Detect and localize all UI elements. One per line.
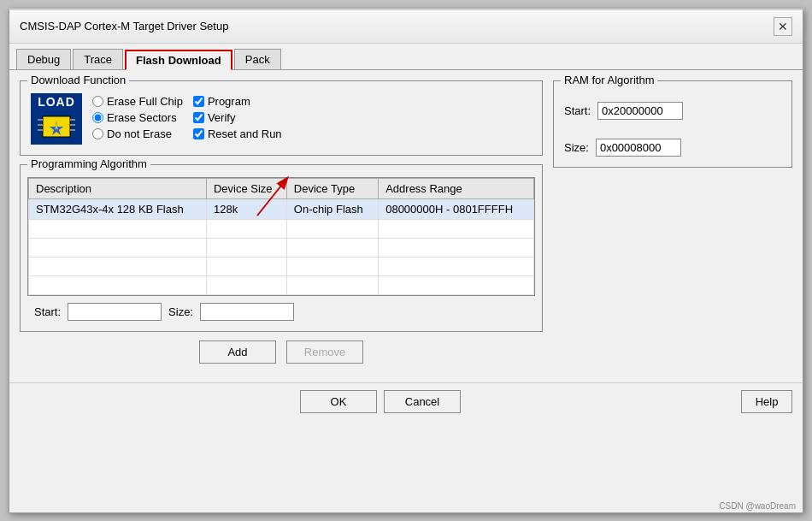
program-label: Program [208,95,250,108]
download-function-label: Download Function [27,74,129,86]
erase-full-chip-label: Erase Full Chip [107,95,183,108]
title-bar: CMSIS-DAP Cortex-M Target Driver Setup ✕ [9,10,803,44]
algo-size-label: Size: [168,305,193,318]
reset-run-checkbox[interactable] [193,128,204,139]
empty-row-4 [29,275,534,294]
tab-flash-download[interactable]: Flash Download [125,50,232,70]
close-button[interactable]: ✕ [774,17,792,36]
watermark: CSDN @waoDream [719,501,796,511]
dialog-window: CMSIS-DAP Cortex-M Target Driver Setup ✕… [9,9,803,513]
ram-size-row: Size: [564,127,781,157]
check-verify: Verify [193,111,282,124]
col-address-range: Address Range [379,178,534,198]
empty-row-2 [29,238,534,257]
program-checkbox[interactable] [193,96,204,107]
tab-pack[interactable]: Pack [234,49,281,70]
reset-run-label: Reset and Run [208,127,282,140]
programming-algorithm-group: Programming Algorithm Description Device… [20,164,543,332]
col-description: Description [29,178,207,198]
do-not-erase-radio[interactable] [92,128,103,139]
algo-size-input[interactable] [200,303,294,321]
left-panel: Download Function LOAD [20,80,543,372]
algo-bottom-row: Start: Size: [27,296,535,324]
load-icon: LOAD [31,93,82,145]
erase-sectors-label: Erase Sectors [107,111,177,124]
footer-bar: OK Cancel Help [9,382,803,420]
do-not-erase-label: Do not Erase [107,127,172,140]
empty-row-1 [29,219,534,238]
erase-full-chip-radio[interactable] [92,96,103,107]
radio-erase-sectors: Erase Sectors [92,111,183,124]
radio-group: Erase Full Chip Erase Sectors Do not Era… [92,95,183,140]
verify-checkbox[interactable] [193,112,204,123]
col-device-type: Device Type [286,178,378,198]
programming-algorithm-label: Programming Algorithm [27,157,150,170]
add-button[interactable]: Add [199,340,276,364]
cell-description: STM32G43x-4x 128 KB Flash [29,198,207,219]
remove-button[interactable]: Remove [286,340,363,364]
algo-start-label: Start: [34,305,61,318]
ram-size-label: Size: [564,141,589,154]
download-func-row: LOAD [31,90,532,145]
help-button[interactable]: Help [741,390,792,413]
tab-trace[interactable]: Trace [73,49,123,70]
cell-address-range: 08000000H - 0801FFFFH [379,198,534,219]
download-function-group: Download Function LOAD [20,80,543,156]
check-group: Program Verify Reset and Run [193,95,282,140]
erase-sectors-radio[interactable] [92,112,103,123]
verify-label: Verify [208,111,236,124]
content-area: Download Function LOAD [9,70,803,382]
ram-start-label: Start: [564,104,591,117]
load-text: LOAD [38,95,75,109]
action-buttons: Add Remove [20,332,543,372]
col-device-size: Device Size [206,178,286,198]
load-image [35,109,78,143]
ram-algorithm-label: RAM for Algorithm [561,74,657,86]
ram-row: Start: [564,90,781,120]
table-header-row: Description Device Size Device Type Addr… [29,178,534,198]
tab-debug[interactable]: Debug [16,49,71,70]
right-panel: RAM for Algorithm Start: Size: [553,80,792,372]
algo-start-input[interactable] [68,303,162,321]
ok-button[interactable]: OK [300,390,377,413]
empty-row-3 [29,257,534,275]
ram-start-input[interactable] [597,102,683,120]
cell-device-type: On-chip Flash [286,198,378,219]
check-reset-run: Reset and Run [193,127,282,140]
footer-buttons: OK Cancel [20,390,741,413]
cancel-button[interactable]: Cancel [384,390,461,413]
radio-do-not-erase: Do not Erase [92,127,183,140]
algo-table: Description Device Size Device Type Addr… [28,178,534,295]
tabs-bar: Debug Trace Flash Download Pack [9,44,803,70]
radio-erase-full-chip: Erase Full Chip [92,95,183,108]
ram-algorithm-group: RAM for Algorithm Start: Size: [553,80,792,168]
ram-size-input[interactable] [596,139,681,157]
algo-table-wrap: Description Device Size Device Type Addr… [27,177,535,296]
check-program: Program [193,95,282,108]
dialog-title: CMSIS-DAP Cortex-M Target Driver Setup [20,20,228,33]
cell-device-size: 128k [206,198,286,219]
table-row[interactable]: STM32G43x-4x 128 KB Flash 128k On-chip F… [29,198,534,219]
